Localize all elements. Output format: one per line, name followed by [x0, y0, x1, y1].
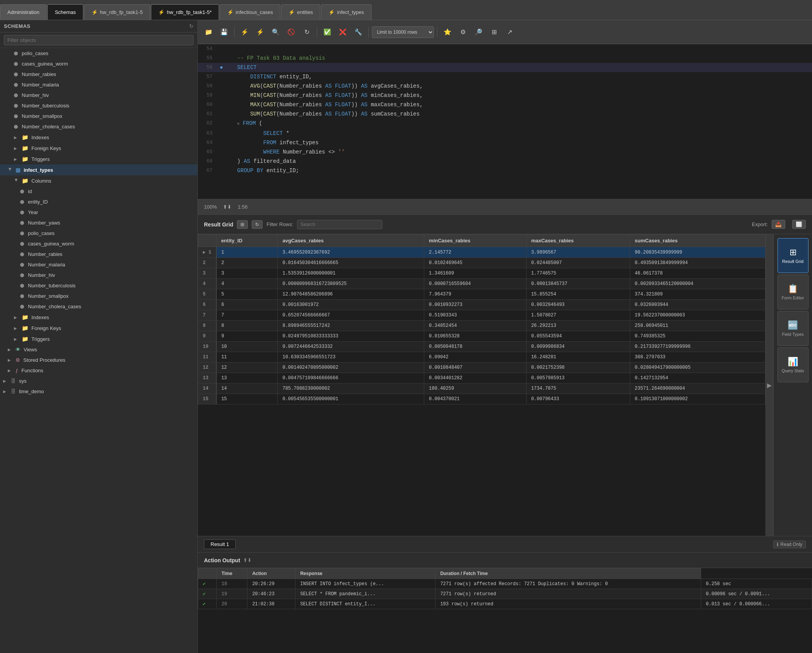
cell-action: SELECT * FROM pandemic_i...: [295, 589, 435, 599]
sidebar-item-foreign-keys-1[interactable]: ▶📁Foreign Keys: [0, 143, 197, 154]
list-item[interactable]: Number_hiv: [0, 90, 197, 100]
grid-view-btn[interactable]: ⊞: [237, 220, 248, 229]
list-item[interactable]: Number_malaria: [0, 79, 197, 90]
list-item[interactable]: Number_rabies: [0, 249, 197, 259]
tab-entities[interactable]: ⚡ entities: [281, 4, 320, 20]
main-layout: SCHEMAS ↻ polio_cases cases_guinea_worm …: [0, 20, 812, 653]
cell-sum: 0.0020933465120000004: [630, 279, 765, 289]
rollback-button[interactable]: ❌: [336, 25, 350, 39]
sidebar-item-stored-procs[interactable]: ▶⚙Stored Procedures: [0, 355, 197, 365]
editor-area: 54 55 -- FP Task 03 Data analysis 56 ● S…: [198, 44, 812, 199]
list-item[interactable]: Number_smallpox: [0, 111, 197, 121]
tab-infect-types[interactable]: ⚡ infect_types: [321, 4, 371, 20]
limit-select[interactable]: Limit to 10000 rows: [372, 26, 434, 38]
list-item[interactable]: cases_guinea_worm: [0, 59, 197, 69]
list-item[interactable]: Number_malaria: [0, 259, 197, 270]
table-row[interactable]: 9 9 0.024979510833333333 0.010655328 0.0…: [198, 331, 765, 342]
expand-arrow[interactable]: ▶: [765, 234, 773, 536]
sidebar-item-indexes-1[interactable]: ▶📁Indexes: [0, 132, 197, 143]
sidebar-item-columns[interactable]: ▶ 📁 Columns: [0, 175, 197, 186]
list-item[interactable]: Number_cholera_cases: [0, 121, 197, 132]
refresh-results-btn[interactable]: ↻: [252, 220, 263, 229]
toolbar-sep2: [317, 27, 317, 38]
result-tab-1[interactable]: Result 1: [204, 539, 236, 549]
sidebar-item-foreign-keys-2[interactable]: ▶📁Foreign Keys: [0, 323, 197, 333]
col-header-entity-id[interactable]: entity_ID: [216, 235, 278, 247]
list-item[interactable]: Number_cholera_cases: [0, 301, 197, 312]
right-btn-form-editor[interactable]: 📋 Form Editor: [777, 275, 809, 309]
table-row[interactable]: 11 11 10.6303345966551723 6.09042 16.248…: [198, 352, 765, 363]
table-row[interactable]: ✔ 19 20:46:23 SELECT * FROM pandemic_i..…: [198, 589, 812, 599]
list-item[interactable]: Number_yaws: [0, 218, 197, 228]
tab-query1[interactable]: ⚡ hw_rdb_fp_task1-5: [84, 4, 150, 20]
col-header-avg[interactable]: avgCases_rabies: [278, 235, 424, 247]
zoom-spinner[interactable]: ⬆⬇: [223, 204, 232, 210]
tab-schemas[interactable]: Schemas: [47, 4, 83, 20]
format-button[interactable]: ⚙: [456, 25, 470, 39]
table-row[interactable]: ✔ 20 21:02:38 SELECT DISTINCT entity_I..…: [198, 599, 812, 609]
table-row[interactable]: 3 3 1.53539126000000001 1.3461609 1.7746…: [198, 268, 765, 279]
sidebar-item-infect-types[interactable]: ▶ ▦ infect_types: [0, 164, 197, 175]
list-item[interactable]: Number_rabies: [0, 69, 197, 79]
list-item[interactable]: polio_cases: [0, 48, 197, 59]
settings-button[interactable]: 🔧: [351, 25, 365, 39]
zoom-button[interactable]: 🔎: [472, 25, 485, 39]
col-header-min[interactable]: minCases_rabies: [424, 235, 527, 247]
table-row[interactable]: 15 15 0.005456535500000001 0.004370021 0…: [198, 394, 765, 404]
col-header-sum[interactable]: sumCases_rabies: [630, 235, 765, 247]
sidebar-item-indexes-2[interactable]: ▶📁Indexes: [0, 312, 197, 323]
search-input[interactable]: [297, 220, 382, 229]
sidebar-item-triggers-1[interactable]: ▶📁Triggers: [0, 154, 197, 164]
collapse-btn[interactable]: ⬜: [792, 220, 806, 229]
col-header-max[interactable]: maxCases_rabies: [526, 235, 630, 247]
table-row[interactable]: 6 6 0.00163001972 0.0010932273 0.0032946…: [198, 300, 765, 310]
table-row[interactable]: 7 7 0.652074566666667 0.51903343 1.50780…: [198, 310, 765, 321]
export-btn[interactable]: 📤: [772, 220, 785, 229]
list-item[interactable]: Year: [0, 207, 197, 218]
tab-query1-active[interactable]: ⚡ hw_rdb_fp_task1-5*: [151, 4, 219, 20]
grid-button[interactable]: ⊞: [487, 25, 501, 39]
right-btn-field-types[interactable]: 🔤 Field Types: [777, 311, 809, 346]
table-row[interactable]: ▶ 1 1 3.469552092307692 2.145772 3.98965…: [198, 247, 765, 258]
table-row[interactable]: 12 12 0.001402470895000002 0.0010848407 …: [198, 363, 765, 373]
list-item[interactable]: Number_tuberculosis: [0, 280, 197, 291]
sidebar-refresh-icon[interactable]: ↻: [189, 23, 193, 29]
open-button[interactable]: 📁: [202, 25, 216, 39]
table-row[interactable]: 10 10 0.0072446642533332 0.0050048178 0.…: [198, 342, 765, 352]
list-item[interactable]: polio_cases: [0, 228, 197, 238]
list-item[interactable]: cases_guinea_worm: [0, 238, 197, 249]
refresh-button[interactable]: ↻: [300, 25, 314, 39]
export-button[interactable]: ↗: [503, 25, 517, 39]
list-item[interactable]: entity_ID: [0, 197, 197, 207]
list-item[interactable]: Number_hiv: [0, 270, 197, 280]
list-item[interactable]: id: [0, 186, 197, 197]
tab-infectious[interactable]: ⚡ infectious_cases: [220, 4, 280, 20]
table-row[interactable]: 4 4 0.000009968316723809525 0.0000716559…: [198, 279, 765, 289]
list-item[interactable]: Number_tuberculosis: [0, 100, 197, 111]
table-row[interactable]: 5 5 12.907648586206896 7.964379 15.85525…: [198, 289, 765, 300]
filter-input[interactable]: [4, 35, 193, 45]
list-item[interactable]: Number_smallpox: [0, 291, 197, 301]
table-row[interactable]: 2 2 0.016450304616666665 0.0102469645 0.…: [198, 258, 765, 268]
table-row[interactable]: ✔ 18 20:26:29 INSERT INTO infect_types (…: [198, 579, 812, 589]
star-button[interactable]: ⭐: [441, 25, 454, 39]
sidebar-item-time-demo[interactable]: ▶🗄time_demo: [0, 386, 197, 397]
action-sort-icon[interactable]: ⬆⬇: [243, 557, 252, 563]
stop-button[interactable]: 🚫: [284, 25, 298, 39]
table-row[interactable]: 8 8 8.898946555517242 0.34852454 26.2922…: [198, 321, 765, 331]
commit-button[interactable]: ✅: [320, 25, 334, 39]
right-btn-result-grid[interactable]: ⊞ Result Grid: [777, 238, 809, 273]
sidebar-item-functions[interactable]: ▶ƒFunctions: [0, 365, 197, 376]
save-button[interactable]: 💾: [217, 25, 231, 39]
sidebar-item-views[interactable]: ▶👁Views: [0, 344, 197, 355]
sidebar-item-sys[interactable]: ▶🗄sys: [0, 376, 197, 386]
search-button[interactable]: 🔍: [269, 25, 283, 39]
execute-current-button[interactable]: ⚡: [253, 25, 267, 39]
table-row[interactable]: 13 13 0.004757109846666666 0.0034401282 …: [198, 373, 765, 384]
table-row[interactable]: 14 14 785.7088230000002 180.40259 1734.7…: [198, 384, 765, 394]
execute-button[interactable]: ⚡: [238, 25, 252, 39]
right-btn-query-stats[interactable]: 📊 Query Stats: [777, 347, 809, 382]
editor-content[interactable]: 54 55 -- FP Task 03 Data analysis 56 ● S…: [198, 44, 812, 175]
tab-administration[interactable]: Administration: [0, 4, 47, 20]
sidebar-item-triggers-2[interactable]: ▶📁Triggers: [0, 333, 197, 344]
